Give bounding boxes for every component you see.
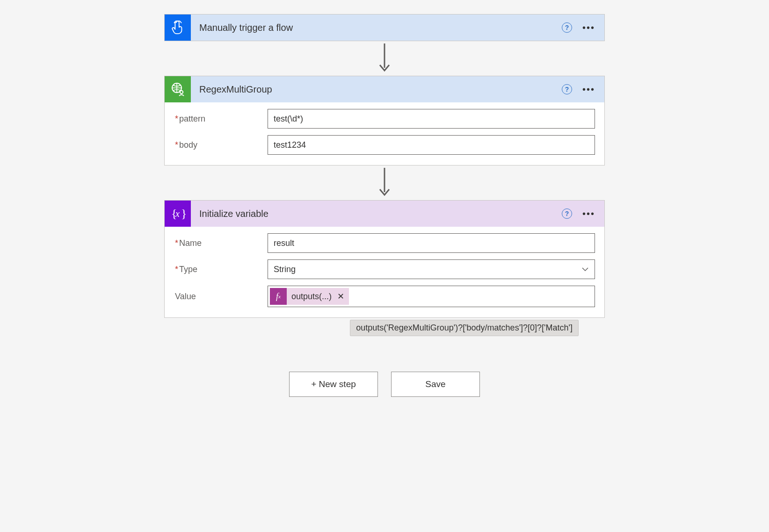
expression-tooltip: outputs('RegexMultiGroup')?['body/matche… — [350, 320, 579, 336]
svg-text:}: } — [181, 207, 186, 220]
globe-user-icon — [165, 76, 191, 102]
more-icon[interactable]: ••• — [582, 23, 595, 32]
remove-token-icon[interactable]: ✕ — [335, 291, 349, 302]
regex-title: RegexMultiGroup — [191, 84, 562, 95]
footer-buttons: + New step Save — [164, 372, 605, 397]
trigger-title: Manually trigger a flow — [191, 22, 562, 33]
initvar-body: *Name result *Type String Value fx outpu… — [165, 227, 604, 317]
initvar-header[interactable]: { x } Initialize variable ? ••• — [165, 201, 604, 227]
body-row: *body test1234 — [174, 135, 595, 155]
name-input[interactable]: result — [268, 233, 595, 253]
type-select-value: String — [274, 265, 296, 274]
manual-trigger-icon — [165, 14, 191, 41]
name-row: *Name result — [174, 233, 595, 253]
regex-header[interactable]: RegexMultiGroup ? ••• — [165, 76, 604, 102]
expression-token[interactable]: fx outputs(...) ✕ — [270, 288, 349, 305]
initvar-card: { x } Initialize variable ? ••• *Name re… — [164, 200, 605, 318]
type-select[interactable]: String — [268, 259, 595, 279]
trigger-card: Manually trigger a flow ? ••• — [164, 14, 605, 41]
save-button[interactable]: Save — [391, 372, 480, 397]
flow-canvas: Manually trigger a flow ? ••• RegexMulti… — [164, 14, 605, 397]
name-label: *Name — [174, 238, 268, 248]
more-icon[interactable]: ••• — [582, 209, 595, 218]
expression-tooltip-wrap: outputs('RegexMultiGroup')?['body/matche… — [164, 320, 605, 336]
type-label: *Type — [174, 265, 268, 274]
svg-point-2 — [180, 91, 183, 93]
fx-icon: fx — [270, 288, 287, 305]
initvar-title: Initialize variable — [191, 208, 562, 219]
type-row: *Type String — [174, 259, 595, 279]
pattern-row: *pattern test(\d*) — [174, 109, 595, 129]
connector-arrow — [164, 41, 605, 76]
body-input[interactable]: test1234 — [268, 135, 595, 155]
value-label: Value — [174, 292, 268, 302]
trigger-header[interactable]: Manually trigger a flow ? ••• — [165, 14, 604, 41]
regex-body: *pattern test(\d*) *body test1234 — [165, 102, 604, 165]
svg-text:x: x — [175, 208, 180, 219]
more-icon[interactable]: ••• — [582, 85, 595, 94]
chevron-down-icon — [581, 266, 589, 273]
new-step-button[interactable]: + New step — [289, 372, 378, 397]
pattern-label: *pattern — [174, 114, 268, 124]
help-icon[interactable]: ? — [562, 208, 572, 219]
connector-arrow — [164, 165, 605, 200]
body-label: *body — [174, 140, 268, 150]
value-input[interactable]: fx outputs(...) ✕ — [268, 286, 595, 307]
help-icon[interactable]: ? — [562, 84, 572, 94]
variable-icon: { x } — [165, 201, 191, 227]
value-row: Value fx outputs(...) ✕ — [174, 286, 595, 307]
help-icon[interactable]: ? — [562, 22, 572, 33]
regex-card: RegexMultiGroup ? ••• *pattern test(\d*)… — [164, 76, 605, 165]
pattern-input[interactable]: test(\d*) — [268, 109, 595, 129]
expression-token-text: outputs(...) — [291, 292, 335, 302]
